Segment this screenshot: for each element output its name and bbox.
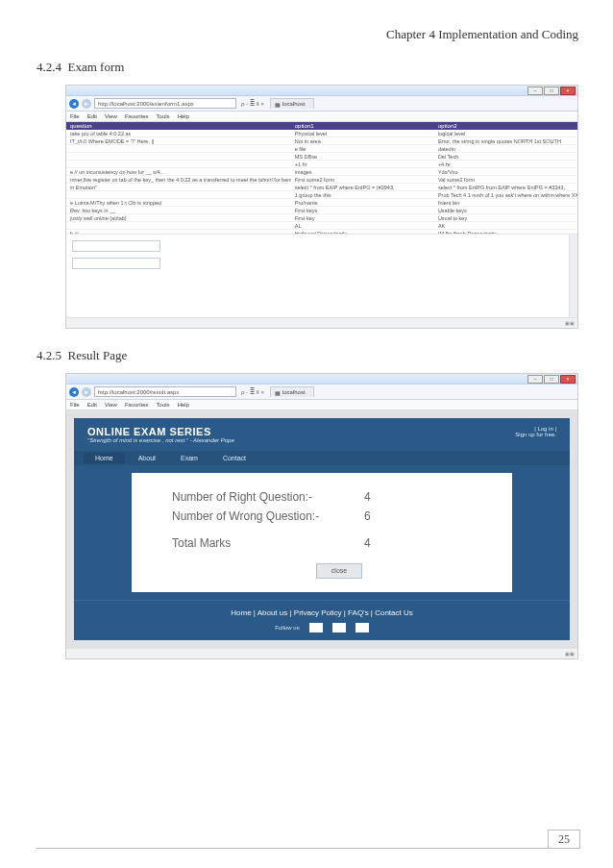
table-row: e Luima:M/Thy when 1:t Clb is strippedPr… [66, 199, 577, 207]
signup-link[interactable]: Sign up for free. [515, 432, 556, 437]
text-input-2[interactable] [72, 258, 160, 269]
cell-question [66, 153, 291, 160]
page-rule [37, 848, 580, 849]
result-page-screenshot: – □ × ◄ ► http://localhost:2000/result.a… [65, 373, 578, 659]
cell-option2: Val some2 form [434, 176, 577, 183]
cell-option1: Pro/name [291, 199, 434, 206]
wrong-label: Number of Wrong Question:- [172, 509, 364, 523]
cell-question [66, 145, 291, 152]
nav-exam[interactable]: Exam [169, 453, 209, 463]
site-container: ONLINE EXAM SERIES "Strength of mind is … [74, 418, 570, 640]
nav-home[interactable]: Home [84, 453, 125, 463]
cell-question: e Luima:M/Thy when 1:t Clb is stripped [66, 199, 291, 206]
menu-help[interactable]: Help [178, 402, 189, 408]
close-button[interactable]: close [316, 563, 362, 579]
table-row: mner,live register on tab of the key_ th… [66, 176, 577, 184]
address-tools: ρ - ≣ ¢ × [241, 100, 264, 107]
section-4-2-4-title: 4.2.4 Exam form [37, 60, 584, 75]
menu-tools[interactable]: Tools [157, 113, 170, 119]
footer-links[interactable]: Home | About us | Privacy Policy | FAQ's… [74, 600, 570, 619]
forward-button[interactable]: ► [82, 387, 91, 397]
menu-edit[interactable]: Edit [87, 113, 97, 119]
back-button[interactable]: ◄ [69, 99, 79, 109]
cell-option2: datedin [434, 145, 577, 152]
right-label: Number of Right Question:- [172, 490, 364, 504]
tab-label: localhost [282, 389, 306, 395]
col-option2: option2 [434, 122, 577, 130]
wrong-value: 6 [364, 509, 403, 523]
table-row: Rev. two keys in __First keysUsable keys [66, 207, 577, 214]
wrong-questions-row: Number of Wrong Question:- 6 [172, 509, 499, 523]
minimize-button[interactable]: – [527, 375, 543, 384]
table-row: e // un inconsistency on how for __ s/4.… [66, 168, 577, 176]
menu-edit[interactable]: Edit [87, 402, 97, 408]
menu-favorites[interactable]: Favorites [125, 402, 149, 408]
url-input[interactable]: http://localhost:2000/result.aspx [94, 386, 236, 397]
back-button[interactable]: ◄ [69, 387, 79, 397]
menu-favorites[interactable]: Favorites [125, 113, 149, 119]
nav-contact[interactable]: Contact [211, 453, 257, 463]
minimize-button[interactable]: – [527, 87, 543, 95]
browser-tab[interactable]: ▦localhost [270, 386, 314, 397]
social-icon-3[interactable] [356, 623, 369, 632]
forward-button[interactable]: ► [82, 99, 91, 109]
cell-option1: First key [291, 214, 434, 221]
cell-question: mner,live register on tab of the key_ th… [66, 176, 291, 183]
window-close-button[interactable]: × [560, 87, 576, 95]
social-icon-2[interactable] [332, 623, 346, 632]
address-tools: ρ - ≣ ¢ × [241, 388, 264, 395]
address-bar-row: ◄ ► http://localhost:2000/examform1.aspx… [66, 96, 577, 112]
tab-label: localhost [282, 101, 306, 107]
browser-status-bar: ▣▣ [66, 317, 577, 328]
cell-option2: Usual to key [434, 214, 577, 221]
auth-links: | Log in | Sign up for free. [515, 426, 556, 437]
cell-option2: Del Tech [434, 153, 577, 160]
maximize-button[interactable]: □ [544, 375, 559, 384]
social-icon-1[interactable] [309, 623, 323, 632]
table-row: +1 hr+4 hr [66, 161, 577, 168]
page-icon: ▦ [275, 389, 281, 396]
page-number: 25 [548, 830, 580, 849]
exam-table-body: take p/o of table 4:0:22 asPhysical leve… [66, 130, 577, 234]
cell-question [66, 161, 291, 167]
site-brand: ONLINE EXAM SERIES [87, 426, 234, 437]
browser-tab[interactable]: ▦localhost [270, 98, 314, 109]
cell-option1: First some2 form [291, 176, 434, 183]
nav-about[interactable]: About [127, 453, 167, 463]
browser-menu: File Edit View Favorites Tools Help [66, 400, 577, 410]
exam-form-screenshot: – □ × ◄ ► http://localhost:2000/examform… [65, 85, 578, 329]
window-titlebar: – □ × [66, 374, 577, 384]
cell-option2: Prob Tech 4 1 nush of 1 you ask't where … [434, 191, 577, 198]
cell-option1: AL [291, 222, 434, 229]
maximize-button[interactable]: □ [544, 87, 559, 95]
menu-file[interactable]: File [70, 113, 80, 119]
cell-option2: Error, the string in single quotes NORTH… [434, 137, 577, 144]
total-marks-row: Total Marks 4 [172, 536, 499, 550]
section-label: Result Page [68, 348, 128, 362]
cell-option1: MS DBse [291, 153, 434, 160]
cell-option1: 1 group the this [291, 191, 434, 198]
menu-view[interactable]: View [105, 113, 117, 119]
cell-question [66, 222, 291, 229]
cell-question: Rev. two keys in __ [66, 207, 291, 213]
url-input[interactable]: http://localhost:2000/examform1.aspx [94, 98, 236, 109]
window-close-button[interactable]: × [560, 375, 576, 384]
section-4-2-5-title: 4.2.5 Result Page [37, 348, 584, 363]
follow-label: Follow us [275, 625, 299, 631]
col-option1: option1 [291, 122, 434, 130]
menu-tools[interactable]: Tools [157, 402, 170, 408]
cell-question: justly well online (at/tab) [66, 214, 291, 221]
total-label: Total Marks [172, 536, 364, 550]
text-input-1[interactable] [72, 240, 160, 252]
menu-view[interactable]: View [105, 402, 117, 408]
vertical-scrollbar[interactable] [569, 235, 577, 317]
result-panel: Number of Right Question:- 4 Number of W… [132, 473, 512, 592]
table-row: take p/o of table 4:0:22 asPhysical leve… [66, 130, 577, 137]
table-row: ALAK [66, 222, 577, 230]
cell-option1: Physical level [291, 130, 434, 136]
menu-file[interactable]: File [70, 402, 80, 408]
chapter-heading: Chapter 4 Implementation and Coding [37, 27, 578, 42]
table-row: e filedatedin [66, 145, 577, 153]
menu-help[interactable]: Help [178, 113, 189, 119]
section-number: 4.2.4 [37, 60, 61, 74]
